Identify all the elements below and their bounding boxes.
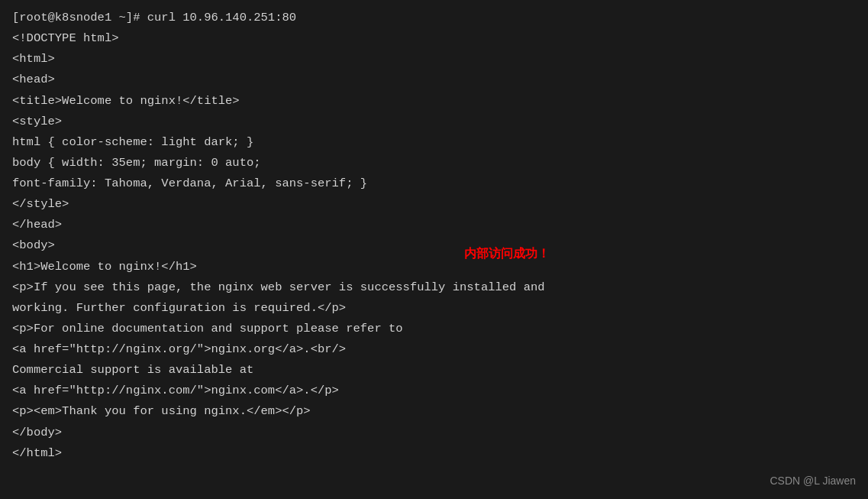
terminal-line-18: <a href="http://nginx.org/">nginx.org</a… xyxy=(12,339,856,360)
terminal-line-17: <p>For online documentation and support … xyxy=(12,319,856,339)
watermark-text: CSDN @L Jiawen xyxy=(770,471,856,491)
terminal-line-1: [root@k8snode1 ~]# curl 10.96.140.251:80 xyxy=(12,8,856,28)
terminal-line-2: <!DOCTYPE html> xyxy=(12,28,856,49)
terminal-line-22: <p><em>Thank you for using nginx.</em></… xyxy=(12,401,856,422)
annotation-text: 内部访问成功！ xyxy=(464,243,550,264)
terminal-line-4: <head> xyxy=(12,70,856,90)
terminal-line-14: <p>If you see this page, the nginx web s… xyxy=(12,277,856,298)
terminal-line-24: </html> xyxy=(12,443,856,464)
terminal-line-13: <h1>Welcome to nginx!</h1> xyxy=(12,257,856,277)
terminal-line-19: Commercial support is available at xyxy=(12,360,856,381)
terminal-line-15: working. Further configuration is requir… xyxy=(12,298,856,319)
terminal-line-8: body { width: 35em; margin: 0 auto; xyxy=(12,153,856,173)
terminal-line-23: </body> xyxy=(12,423,856,443)
terminal-line-3: <html> xyxy=(12,49,856,70)
terminal-line-11: </head> xyxy=(12,215,856,235)
terminal-window: [root@k8snode1 ~]# curl 10.96.140.251:80… xyxy=(0,0,868,499)
terminal-line-12: <body> xyxy=(12,235,856,256)
terminal-line-9: font-family: Tahoma, Verdana, Arial, san… xyxy=(12,173,856,194)
terminal-line-6: <style> xyxy=(12,112,856,132)
terminal-line-5: <title>Welcome to nginx!</title> xyxy=(12,91,856,112)
terminal-line-20: <a href="http://nginx.com/">nginx.com</a… xyxy=(12,381,856,401)
terminal-line-10: </style> xyxy=(12,194,856,215)
terminal-line-7: html { color-scheme: light dark; } xyxy=(12,132,856,153)
